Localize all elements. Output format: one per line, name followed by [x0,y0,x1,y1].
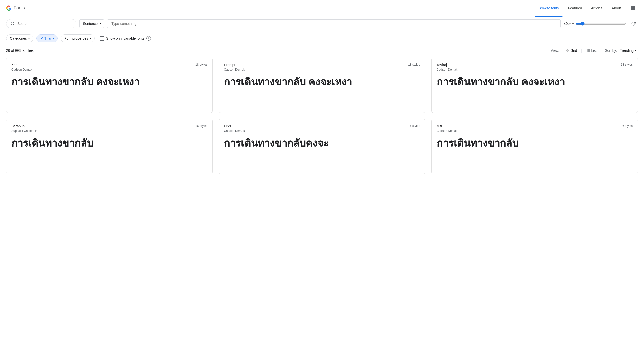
font-card-header: Kanit 18 styles [11,63,207,67]
categories-label: Categories [10,36,27,40]
search-input[interactable] [17,22,72,26]
font-grid: Kanit 18 styles Cadson Demak การเดินทางข… [0,58,644,180]
font-preview: การเดินทางขากลับ [437,137,633,169]
font-card-header: Sarabun 16 styles [11,124,207,128]
list-view-icon [586,48,590,53]
font-name: Sarabun [11,124,25,128]
logo[interactable]: Fonts [6,5,25,11]
size-control: 40px ▾ [564,22,626,26]
main-nav: Browse fonts Featured Articles About [535,3,638,13]
thai-close-icon[interactable]: ✕ [40,37,43,40]
header: Fonts Browse fonts Featured Articles Abo… [0,0,644,16]
grid-icon [631,6,635,10]
search-input-wrapper[interactable] [6,19,76,28]
size-slider[interactable] [576,22,626,26]
search-bar: Sentence ▾ 40px ▾ [0,16,644,31]
font-author: Cadson Demak [11,68,207,71]
variable-fonts-checkbox[interactable] [100,36,104,41]
refresh-icon [631,21,636,26]
font-preview: การเดินทางขากลับ [11,137,207,169]
grid-view-toggle-button[interactable] [628,3,638,13]
grid-label: Grid [570,48,577,53]
google-logo-icon [6,5,12,11]
view-label: View: [551,48,559,53]
sentence-dropdown[interactable]: Sentence ▾ [79,19,104,28]
view-separator: | [581,48,582,53]
refresh-button[interactable] [629,19,638,28]
font-preview: การเดินทางขากลับ คงจะเหงา [224,75,420,108]
size-chevron-icon: ▾ [572,22,574,25]
font-name: Taviraj [437,63,447,67]
logo-text: Fonts [14,5,25,11]
font-properties-label: Font properties [64,36,88,40]
font-properties-filter-button[interactable]: Font properties ▾ [61,34,95,42]
list-label: List [591,48,597,53]
font-card-header: Mitr 6 styles [437,124,633,128]
nav-about[interactable]: About [608,4,625,12]
grid-view-icon [565,48,569,53]
font-styles: 18 styles [408,63,420,66]
sort-chevron-icon: ▾ [635,49,636,52]
chevron-down-icon: ▾ [100,22,101,25]
nav-browse-fonts[interactable]: Browse fonts [535,4,563,12]
grid-view-button[interactable]: Grid [563,47,579,54]
svg-line-1 [13,24,14,25]
font-properties-chevron-icon: ▾ [90,37,91,40]
size-value: 40px [564,22,571,26]
font-card-header: Prompt 18 styles [224,63,420,67]
svg-point-0 [11,22,14,25]
font-preview: การเดินทางขากลับคงจะ [224,137,420,169]
categories-chevron-icon: ▾ [28,37,30,40]
thai-label: Thai [44,36,51,40]
font-name: Mitr [437,124,442,128]
nav-articles[interactable]: Articles [587,4,607,12]
count-number: 26 [6,48,10,53]
sort-value: Trending [620,48,634,53]
sort-label: Sort by: [605,48,617,53]
svg-rect-3 [568,49,569,50]
list-view-button[interactable]: List [584,47,599,54]
nav-featured[interactable]: Featured [564,4,586,12]
toolbar: 26 of 993 families View: Grid | List Sor… [0,45,644,58]
variable-fonts-info-icon[interactable]: i [146,36,151,41]
thai-chevron-icon: ▾ [53,37,54,40]
variable-fonts-label: Show only variable fonts [106,36,144,40]
view-sort-controls: View: Grid | List Sort by: Trending ▾ [551,47,638,54]
font-styles: 6 styles [410,124,420,128]
search-icon [10,21,15,26]
font-card[interactable]: Sarabun 16 styles Suppakit Chalermlarp ก… [6,119,213,174]
font-styles: 18 styles [195,63,207,66]
sentence-label: Sentence [83,22,98,26]
font-card[interactable]: Mitr 6 styles Cadson Demak การเดินทางขาก… [431,119,638,174]
font-card[interactable]: Pridi 6 styles Cadson Demak การเดินทางขา… [219,119,425,174]
font-card-header: Pridi 6 styles [224,124,420,128]
font-name: Prompt [224,63,235,67]
font-styles: 16 styles [195,124,207,128]
filters-bar: Categories ▾ ✕ Thai ▾ Font properties ▾ … [0,31,644,45]
font-author: Suppakit Chalermlarp [11,129,207,133]
font-author: Cadson Demak [224,129,420,133]
variable-fonts-toggle[interactable]: Show only variable fonts i [100,36,151,41]
count-total: of 993 families [11,48,33,53]
svg-rect-5 [566,51,567,52]
font-card[interactable]: Kanit 18 styles Cadson Demak การเดินทางข… [6,58,213,113]
font-author: Cadson Demak [437,68,633,71]
size-dropdown[interactable]: 40px ▾ [564,22,574,26]
families-count: 26 of 993 families [6,48,34,53]
font-name: Kanit [11,63,19,67]
font-styles: 18 styles [621,63,633,66]
type-something-input[interactable] [107,19,560,28]
font-card[interactable]: Prompt 18 styles Cadson Demak การเดินทาง… [219,58,425,113]
font-card-header: Taviraj 18 styles [437,63,633,67]
font-preview: การเดินทางขากลับ คงจะเหงา [437,75,633,108]
font-name: Pridi [224,124,231,128]
font-author: Cadson Demak [224,68,420,71]
view-options: Grid | List [563,47,599,54]
font-styles: 6 styles [622,124,633,128]
svg-rect-4 [568,51,569,52]
thai-filter-button[interactable]: ✕ Thai ▾ [36,34,58,42]
font-card[interactable]: Taviraj 18 styles Cadson Demak การเดินทา… [431,58,638,113]
sort-button[interactable]: Sort by: Trending ▾ [603,47,638,54]
svg-rect-2 [566,49,567,50]
categories-filter-button[interactable]: Categories ▾ [6,34,33,42]
